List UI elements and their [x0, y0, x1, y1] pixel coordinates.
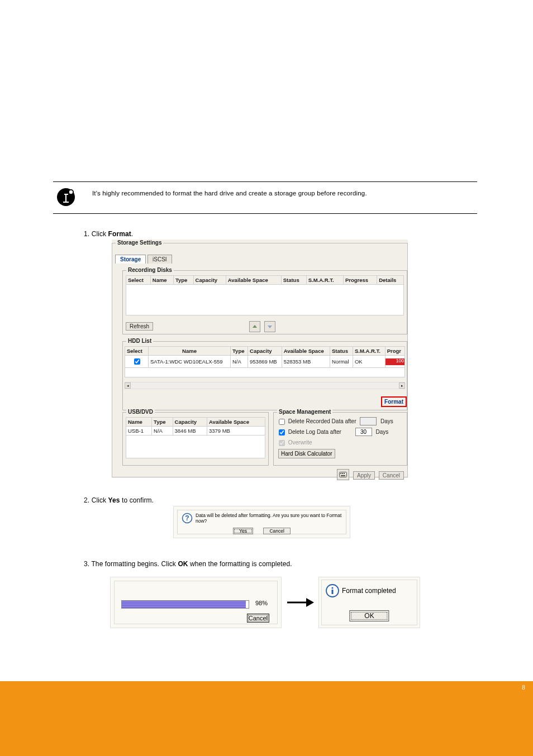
format-complete-figure: Format completed OK [318, 577, 420, 628]
delete-recorded-label: Delete Recorded Data after [288, 418, 356, 424]
rd-col-available[interactable]: Available Space [226, 276, 281, 285]
hdd-col-name[interactable]: Name [149, 347, 231, 356]
usb-dvd-legend: USB/DVD [126, 409, 155, 415]
complete-ok-button[interactable]: OK [349, 610, 389, 621]
rd-col-smart[interactable]: S.M.A.R.T. [306, 276, 343, 285]
hdd-row-available: 528353 MB [282, 356, 330, 368]
usb-row-available: 3379 MB [207, 427, 265, 436]
overwrite-checkbox [279, 440, 285, 446]
hdd-col-status[interactable]: Status [330, 347, 353, 356]
tab-iscsi[interactable]: iSCSI [147, 255, 172, 264]
rd-col-capacity[interactable]: Capacity [193, 276, 226, 285]
complete-message: Format completed [342, 587, 396, 595]
hdd-col-available[interactable]: Available Space [282, 347, 330, 356]
svg-text:?: ? [185, 514, 189, 522]
svg-point-2 [69, 190, 73, 194]
rd-col-progress[interactable]: Progress [343, 276, 377, 285]
usb-row-type: N/A [152, 427, 173, 436]
usb-col-name[interactable]: Name [126, 418, 152, 427]
svg-rect-4 [340, 473, 341, 474]
hdd-list-legend: HDD List [126, 338, 153, 344]
hdd-col-smart[interactable]: S.M.A.R.T. [353, 347, 385, 356]
svg-rect-5 [342, 473, 343, 474]
tab-bar: Storage iSCSI [115, 255, 172, 264]
scroll-right-icon[interactable]: ▸ [399, 382, 405, 389]
overwrite-label: Overwrite [288, 439, 312, 446]
format-progress-figure: 98% Cancel [110, 577, 282, 628]
hdd-col-progress[interactable]: Progr [385, 347, 404, 356]
delete-log-checkbox[interactable] [279, 429, 285, 436]
svg-rect-6 [344, 473, 345, 474]
delete-log-unit: Days [375, 429, 388, 435]
footer: 8 [0, 681, 533, 756]
hdd-col-type[interactable]: Type [231, 347, 248, 356]
hdd-col-capacity[interactable]: Capacity [248, 347, 282, 356]
delete-recorded-unit: Days [380, 418, 393, 424]
rd-col-status[interactable]: Status [281, 276, 306, 285]
page-number: 8 [522, 685, 525, 691]
progress-cancel-button[interactable]: Cancel [247, 614, 269, 623]
confirm-cancel-button[interactable]: Cancel [263, 528, 290, 534]
scroll-left-icon[interactable]: ◂ [125, 382, 131, 389]
svg-point-12 [331, 587, 333, 588]
keyboard-icon[interactable] [337, 469, 349, 480]
confirm-dialog-figure: ? Data will be deleted after formatting.… [173, 506, 350, 538]
usb-col-available[interactable]: Available Space [207, 418, 265, 427]
usb-row-capacity: 3846 MB [173, 427, 207, 436]
hdd-row-progress-value: 100 [396, 358, 404, 363]
cancel-button[interactable]: Cancel [379, 471, 404, 480]
refresh-button[interactable]: Refresh [126, 322, 153, 331]
confirm-yes-button[interactable]: Yes [233, 528, 253, 534]
svg-rect-3 [340, 472, 347, 477]
delete-log-label: Delete Log Data after [288, 429, 341, 435]
info-text: It's highly recommended to format the ha… [92, 190, 367, 197]
step-1: 1. Click Format. [84, 230, 133, 238]
step-3: 3. The formatting begins. Click OK when … [84, 560, 292, 568]
delete-recorded-input [360, 417, 377, 425]
delete-recorded-checkbox[interactable] [279, 419, 285, 425]
move-up-button[interactable] [249, 321, 260, 332]
usb-col-capacity[interactable]: Capacity [173, 418, 207, 427]
hdd-row-status: Normal [330, 356, 353, 368]
hard-disk-calculator-button[interactable]: Hard Disk Calculator [278, 449, 335, 458]
arrow-right-icon [286, 596, 314, 611]
hdd-horizontal-scrollbar[interactable]: ◂ ▸ [125, 382, 405, 389]
step-2: 2. Click Yes to confirm. [84, 496, 154, 504]
delete-log-input[interactable] [355, 428, 372, 436]
hdd-row-capacity: 953869 MB [248, 356, 282, 368]
rd-col-name[interactable]: Name [150, 276, 173, 285]
info-dialog-icon [325, 583, 340, 600]
hdd-row-select-checkbox[interactable] [134, 358, 140, 365]
svg-rect-13 [332, 590, 334, 594]
recording-disks-body-empty [126, 285, 404, 315]
recording-disks-legend: Recording Disks [126, 267, 174, 273]
usb-col-type[interactable]: Type [152, 418, 173, 427]
usb-dvd-table: Name Type Capacity Available Space USB-1… [126, 417, 265, 436]
rd-col-type[interactable]: Type [173, 276, 193, 285]
storage-settings-title: Storage Settings [116, 240, 163, 246]
usb-row[interactable]: USB-1 N/A 3846 MB 3379 MB [126, 427, 265, 436]
hdd-row[interactable]: SATA-1:WDC WD10EALX-559 N/A 953869 MB 52… [125, 356, 405, 368]
progress-percent: 98% [255, 600, 268, 606]
tab-storage[interactable]: Storage [115, 255, 146, 264]
info-icon [55, 186, 77, 210]
svg-rect-7 [341, 475, 345, 476]
usb-row-name: USB-1 [126, 427, 152, 436]
space-mgmt-legend: Space Management [277, 409, 332, 415]
rd-col-select[interactable]: Select [126, 276, 151, 285]
hdd-row-progress-bar: 100 [386, 358, 404, 365]
hdd-col-select[interactable]: Select [125, 347, 149, 356]
hdd-list-table: Select Name Type Capacity Available Spac… [125, 346, 405, 368]
format-button[interactable]: Format [381, 396, 407, 407]
apply-button[interactable]: Apply [353, 471, 375, 480]
question-icon: ? [182, 513, 193, 526]
progress-bar [121, 600, 249, 609]
recording-disks-table: Select Name Type Capacity Available Spac… [126, 275, 404, 285]
action-bar: Apply Cancel [337, 469, 404, 480]
rd-col-details[interactable]: Details [377, 276, 404, 285]
progress-bar-fill [122, 601, 246, 608]
move-down-button[interactable] [264, 321, 275, 332]
hdd-row-smart: OK [353, 356, 385, 368]
storage-settings-figure: Storage Settings Storage iSCSI Recording… [112, 240, 408, 478]
hdd-row-type: N/A [231, 356, 248, 368]
